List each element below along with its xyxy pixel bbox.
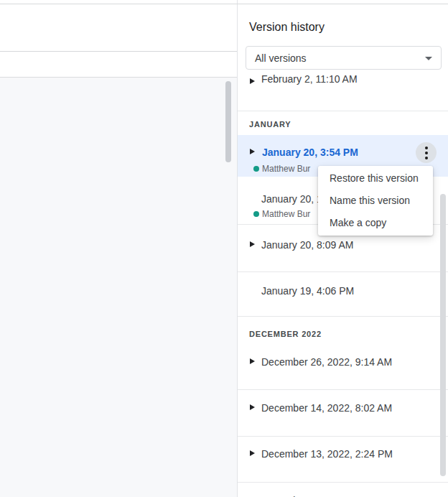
version-row-label: February 2, 11:10 AM <box>261 74 358 86</box>
kebab-icon <box>425 152 428 154</box>
author-line: Matthew Bur <box>253 163 310 175</box>
version-row-feb2[interactable]: February 2, 11:10 AM <box>238 74 448 111</box>
kebab-icon <box>425 157 428 159</box>
presence-dot-icon <box>253 166 259 172</box>
version-row-label: December 11, 2022, 9:05 AM <box>261 493 391 497</box>
version-row-label: January 20, 3:54 PM <box>262 145 358 159</box>
author-line: Matthew Bur <box>253 208 310 220</box>
menu-item-name-version[interactable]: Name this version <box>318 190 433 212</box>
panel-scrollbar-thumb[interactable] <box>440 194 446 476</box>
expand-arrow-icon[interactable] <box>250 450 255 456</box>
expand-arrow-icon[interactable] <box>250 358 255 364</box>
version-row-label: January 20, 1 <box>261 192 322 206</box>
author-name: Matthew Bur <box>262 208 310 220</box>
expand-arrow-icon[interactable] <box>250 149 255 154</box>
author-name: Matthew Bur <box>262 163 310 175</box>
version-row-jan19-406[interactable]: January 19, 4:06 PM <box>238 272 448 317</box>
expand-arrow-icon[interactable] <box>250 404 255 410</box>
more-options-button[interactable] <box>416 142 437 163</box>
google-docs-version-history-screen: Version history All versions February 2,… <box>0 0 448 497</box>
section-header-december: DECEMBER 2022 <box>249 330 322 339</box>
version-context-menu: Restore this version Name this version M… <box>318 166 433 236</box>
document-scrollbar-thumb[interactable] <box>225 81 231 162</box>
expand-arrow-icon[interactable] <box>250 78 255 84</box>
expand-arrow-icon[interactable] <box>250 241 255 247</box>
version-filter-dropdown[interactable]: All versions <box>246 46 442 70</box>
version-row-label: January 19, 4:06 PM <box>261 284 354 298</box>
menu-item-restore-version[interactable]: Restore this version <box>318 167 433 190</box>
window-top-divider <box>0 4 448 4</box>
chevron-down-icon <box>425 57 432 60</box>
version-row-dec26[interactable]: December 26, 2022, 9:14 AM <box>238 343 448 390</box>
version-row-label: December 26, 2022, 9:14 AM <box>261 355 392 369</box>
version-history-panel: Version history All versions February 2,… <box>237 0 448 497</box>
toolbar-divider <box>0 51 237 52</box>
kebab-icon <box>425 147 428 149</box>
presence-dot-icon <box>253 211 259 217</box>
section-header-january: JANUARY <box>249 120 291 129</box>
version-row-dec14[interactable]: December 14, 2022, 8:02 AM <box>238 390 448 437</box>
version-row-label: January 20, 8:09 AM <box>261 238 353 252</box>
version-row-dec11[interactable]: December 11, 2022, 9:05 AM <box>238 483 448 497</box>
panel-title: Version history <box>249 20 325 34</box>
version-row-dec13[interactable]: December 13, 2022, 2:24 PM <box>238 437 448 483</box>
version-list: February 2, 11:10 AM JANUARY January 20,… <box>238 74 448 497</box>
version-filter-value: All versions <box>255 51 307 65</box>
document-canvas-dimmed <box>0 78 237 497</box>
document-area <box>0 0 237 497</box>
version-row-label: December 14, 2022, 8:02 AM <box>261 401 392 415</box>
menu-item-make-copy[interactable]: Make a copy <box>318 212 433 234</box>
version-row-label: December 13, 2022, 2:24 PM <box>261 447 393 461</box>
